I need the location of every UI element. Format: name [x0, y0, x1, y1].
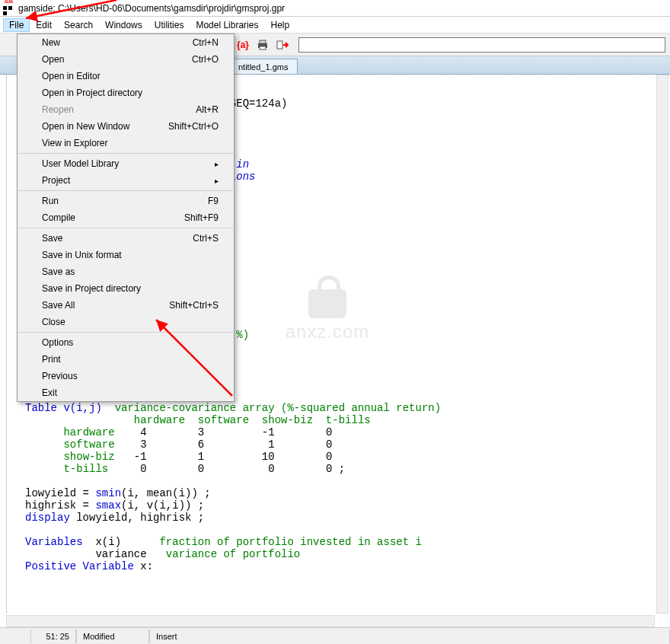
menu-item-previous[interactable]: Previous	[18, 368, 234, 384]
cursor-position: 51: 25	[30, 630, 76, 643]
braces-icon[interactable]: {a}	[234, 37, 251, 53]
menu-item-save[interactable]: SaveCtrl+S	[18, 230, 234, 247]
vertical-scrollbar[interactable]	[656, 75, 668, 614]
run-icon[interactable]	[274, 37, 291, 53]
insert-mode: Insert	[149, 630, 670, 643]
modified-status: Modified	[76, 630, 149, 643]
menu-item-save-as[interactable]: Save as	[18, 263, 234, 280]
menu-item-open-in-editor[interactable]: Open in Editor	[18, 68, 234, 84]
menu-file[interactable]: File	[3, 18, 30, 32]
menu-windows[interactable]: Windows	[99, 18, 148, 32]
menu-search[interactable]: Search	[58, 18, 99, 32]
menu-item-print[interactable]: Print	[18, 351, 234, 368]
menu-item-options[interactable]: Options	[18, 334, 234, 351]
menu-item-open[interactable]: OpenCtrl+O	[18, 51, 234, 68]
menu-item-exit[interactable]: Exit	[18, 384, 234, 401]
svg-rect-1	[260, 40, 266, 43]
menu-item-open-in-new-window[interactable]: Open in New WindowShift+Ctrl+O	[18, 118, 234, 135]
menu-item-reopen: ReopenAlt+R	[18, 101, 234, 118]
file-menu-dropdown: NewCtrl+NOpenCtrl+OOpen in EditorOpen in…	[17, 33, 234, 402]
menu-item-open-in-project-directory[interactable]: Open in Project directory	[18, 84, 234, 101]
menu-item-save-in-unix-format[interactable]: Save in Unix format	[18, 247, 234, 263]
menu-item-new[interactable]: NewCtrl+N	[18, 34, 234, 51]
menubar: FileEditSearchWindowsUtilitiesModel Libr…	[0, 17, 670, 33]
app-icon	[3, 3, 15, 14]
menu-item-save-all[interactable]: Save AllShift+Ctrl+S	[18, 297, 234, 314]
statusbar: 51: 25 Modified Insert	[0, 627, 670, 644]
menu-model-libraries[interactable]: Model Libraries	[190, 18, 264, 32]
menu-item-close[interactable]: Close	[18, 314, 234, 330]
menu-edit[interactable]: Edit	[30, 18, 58, 32]
menu-item-user-model-library[interactable]: User Model Library	[18, 155, 234, 172]
menu-utilities[interactable]: Utilities	[148, 18, 190, 32]
file-tab[interactable]: ntitled_1.gms	[228, 59, 298, 74]
command-input[interactable]	[298, 37, 665, 53]
svg-rect-3	[277, 41, 282, 49]
horizontal-scrollbar[interactable]	[6, 615, 655, 627]
menu-item-compile[interactable]: CompileShift+F9	[18, 209, 234, 226]
menu-item-run[interactable]: RunF9	[18, 193, 234, 209]
menu-item-project[interactable]: Project	[18, 172, 234, 189]
menu-item-view-in-explorer[interactable]: View in Explorer	[18, 135, 234, 151]
titlebar: gamside: C:\Users\HD-06\Documents\gamsdi…	[0, 0, 670, 17]
menu-item-save-in-project-directory[interactable]: Save in Project directory	[18, 280, 234, 297]
svg-rect-2	[260, 46, 266, 49]
print-icon[interactable]	[254, 37, 271, 53]
window-title: gamside: C:\Users\HD-06\Documents\gamsdi…	[18, 3, 285, 14]
menu-help[interactable]: Help	[264, 18, 295, 32]
